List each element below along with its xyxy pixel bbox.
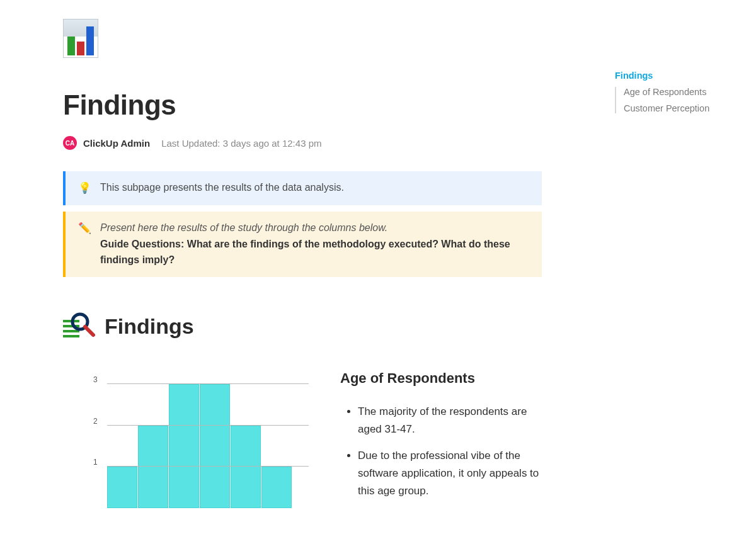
section-title: Findings <box>105 314 194 339</box>
updated-label: Last Updated: <box>161 138 220 149</box>
guide-intro: Present here the results of the study th… <box>100 220 529 236</box>
bar-chart-page-icon <box>63 19 98 58</box>
chart-bar <box>200 384 230 508</box>
chart-gridline <box>107 466 309 467</box>
content-columns: 123 Age of Respondents The majority of t… <box>63 365 542 529</box>
chart-bar <box>169 384 199 508</box>
toc-item[interactable]: Customer Perception <box>624 103 735 113</box>
toc-item[interactable]: Age of Respondents <box>624 87 735 97</box>
list-item: Due to the professional vibe of the soft… <box>358 447 542 500</box>
author-name: ClickUp Admin <box>83 138 150 149</box>
guide-callout: ✏️ Present here the results of the study… <box>63 212 542 277</box>
chart-bar <box>261 467 292 508</box>
magnifier-chart-icon <box>63 314 96 340</box>
lightbulb-icon: 💡 <box>78 180 91 196</box>
main-content: Findings CA ClickUp Admin Last Updated: … <box>0 0 605 529</box>
info-callout-text: This subpage presents the results of the… <box>100 180 344 196</box>
chart-bar <box>107 467 137 508</box>
svg-line-1 <box>85 327 93 335</box>
icon-bar-blue <box>86 26 94 55</box>
guide-callout-body: Present here the results of the study th… <box>100 220 529 268</box>
chart-y-tick: 1 <box>93 458 98 467</box>
info-callout-body: This subpage presents the results of the… <box>100 180 344 196</box>
toc-root-item[interactable]: Findings <box>615 71 735 81</box>
chart-y-tick: 3 <box>93 375 98 384</box>
histogram-chart: 123 <box>88 365 309 529</box>
subsection-title: Age of Respondents <box>340 370 542 387</box>
list-item: The majority of the respondents are aged… <box>358 403 542 438</box>
text-column: Age of Respondents The majority of the r… <box>340 365 542 509</box>
guide-questions: Guide Questions: What are the findings o… <box>100 237 529 268</box>
section-heading: Findings <box>63 314 542 340</box>
chart-gridline <box>107 425 309 426</box>
chart-y-tick: 2 <box>93 417 98 426</box>
icon-bar-red <box>77 42 84 55</box>
chart-gridline <box>107 383 309 384</box>
icon-bar-green <box>67 37 75 55</box>
updated-value: 3 days ago at 12:43 pm <box>223 138 322 149</box>
author-row: CA ClickUp Admin Last Updated: 3 days ag… <box>63 136 542 150</box>
info-callout: 💡 This subpage presents the results of t… <box>63 171 542 205</box>
toc-sublist: Age of RespondentsCustomer Perception <box>615 87 735 113</box>
chart-column: 123 <box>63 365 309 529</box>
chart-bars <box>107 370 309 508</box>
author-avatar[interactable]: CA <box>63 136 77 150</box>
findings-list: The majority of the respondents are aged… <box>340 403 542 500</box>
page-title: Findings <box>63 89 542 121</box>
table-of-contents: Findings Age of RespondentsCustomer Perc… <box>615 71 735 113</box>
last-updated: Last Updated: 3 days ago at 12:43 pm <box>161 138 321 149</box>
pencil-icon: ✏️ <box>78 220 91 237</box>
